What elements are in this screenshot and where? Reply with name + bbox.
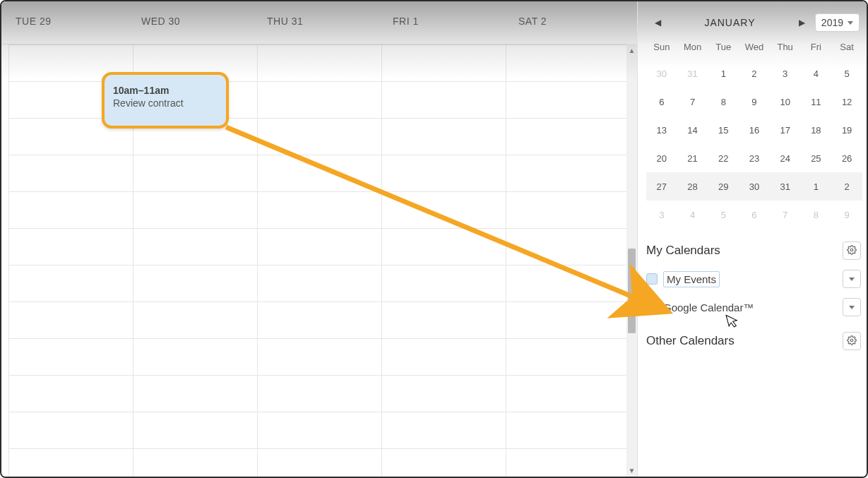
calendar-color-swatch — [646, 301, 658, 313]
calendar-label: My Events — [663, 271, 720, 287]
weekday-header: Fri — [801, 37, 832, 59]
weekday-header: Sun — [646, 37, 677, 59]
chevron-down-icon — [848, 21, 853, 25]
mini-calendar-day[interactable]: 23 — [739, 144, 770, 172]
grid-body[interactable] — [1, 44, 626, 477]
mini-calendar-day[interactable]: 25 — [801, 144, 832, 172]
mini-calendar-nav: ◀ JANUARY ▶ 2019 — [646, 12, 862, 37]
calendar-menu-button[interactable] — [843, 270, 861, 288]
sidebar: ◀ JANUARY ▶ 2019 SunMonTueWedThuFriSat 3… — [637, 1, 867, 477]
year-value: 2019 — [821, 17, 843, 28]
mini-calendar-day[interactable]: 17 — [770, 116, 801, 144]
my-calendars-settings-button[interactable] — [843, 241, 861, 260]
day-header: THU 31 — [260, 1, 386, 44]
mini-calendar-day[interactable]: 7 — [677, 88, 708, 116]
mini-calendar-day[interactable]: 29 — [708, 172, 739, 201]
mini-calendar-day[interactable]: 6 — [646, 88, 677, 116]
calendar-google[interactable]: Google Calendar™ — [646, 298, 862, 316]
my-calendars-header: My Calendars — [646, 241, 862, 260]
mini-calendar-day[interactable]: 6 — [739, 201, 770, 229]
mini-calendar-day[interactable]: 15 — [708, 116, 739, 144]
svg-point-1 — [850, 339, 853, 342]
mini-calendar-day[interactable]: 11 — [801, 88, 832, 116]
mini-calendar-day[interactable]: 1 — [708, 59, 739, 88]
other-calendars-header: Other Calendars — [646, 332, 862, 350]
year-select[interactable]: 2019 — [815, 13, 860, 32]
calendar-label: Google Calendar™ — [663, 301, 837, 313]
mini-calendar-day[interactable]: 12 — [831, 88, 862, 116]
mini-calendar-day[interactable]: 5 — [708, 201, 739, 229]
mini-calendar-day[interactable]: 31 — [677, 59, 708, 88]
calendar-color-swatch — [646, 273, 658, 285]
month-label: JANUARY — [670, 17, 790, 28]
next-month-button[interactable]: ▶ — [794, 14, 811, 31]
weekday-header: Tue — [708, 37, 739, 59]
section-title: My Calendars — [646, 244, 720, 258]
mini-calendar-day[interactable]: 16 — [739, 116, 770, 144]
vertical-scrollbar[interactable]: ▲ ▼ — [626, 44, 637, 477]
calendar-my-events[interactable]: My Events — [646, 270, 862, 288]
chevron-down-icon — [849, 306, 855, 309]
mini-calendar-day[interactable]: 13 — [646, 116, 677, 144]
mini-calendar-day[interactable]: 7 — [770, 201, 801, 229]
mini-calendar-day[interactable]: 9 — [739, 88, 770, 116]
mini-calendar-day[interactable]: 21 — [677, 144, 708, 172]
gear-icon — [847, 335, 857, 347]
mini-calendar-day[interactable]: 4 — [677, 201, 708, 229]
calendar-week-grid: TUE 29 WED 30 THU 31 FRI 1 SAT 2 — [1, 1, 637, 477]
mini-calendar-day[interactable]: 14 — [677, 116, 708, 144]
prev-month-button[interactable]: ◀ — [649, 14, 666, 31]
day-header: TUE 29 — [8, 1, 134, 44]
calendar-menu-button[interactable] — [843, 298, 861, 316]
scroll-thumb[interactable] — [628, 249, 636, 333]
mini-calendar-day[interactable]: 8 — [708, 88, 739, 116]
day-header: WED 30 — [134, 1, 260, 44]
weekday-header: Sat — [831, 37, 862, 59]
mini-calendar-day[interactable]: 2 — [739, 59, 770, 88]
mini-calendar-day[interactable]: 26 — [831, 144, 862, 172]
mini-calendar-day[interactable]: 20 — [646, 144, 677, 172]
section-title: Other Calendars — [646, 334, 735, 348]
mini-calendar-day[interactable]: 30 — [646, 59, 677, 88]
day-header: SAT 2 — [511, 1, 637, 44]
scroll-up-icon[interactable]: ▲ — [626, 44, 637, 56]
mini-calendar-day[interactable]: 9 — [831, 201, 862, 229]
gear-icon — [847, 245, 857, 257]
mini-calendar-day[interactable]: 30 — [739, 172, 770, 201]
event-time: 10am–11am — [113, 85, 218, 96]
chevron-down-icon — [849, 277, 855, 281]
svg-point-0 — [850, 249, 853, 251]
day-header: FRI 1 — [386, 1, 511, 44]
weekday-header: Mon — [677, 37, 708, 59]
mini-calendar-day[interactable]: 4 — [801, 59, 832, 88]
mini-calendar-day[interactable]: 24 — [770, 144, 801, 172]
mini-calendar-day[interactable]: 1 — [801, 172, 832, 201]
mini-calendar-day[interactable]: 10 — [770, 88, 801, 116]
event-chip[interactable]: 10am–11am Review contract — [102, 72, 229, 129]
mini-calendar-day[interactable]: 5 — [831, 59, 862, 88]
mini-calendar-day[interactable]: 8 — [801, 201, 832, 229]
mini-calendar-day[interactable]: 18 — [801, 116, 832, 144]
event-title: Review contract — [113, 97, 218, 109]
mini-calendar: SunMonTueWedThuFriSat 303112345678910111… — [646, 37, 862, 229]
scroll-down-icon[interactable]: ▼ — [626, 464, 637, 477]
mini-calendar-day[interactable]: 19 — [831, 116, 862, 144]
weekday-header: Wed — [739, 37, 770, 59]
mini-calendar-day[interactable]: 27 — [646, 172, 677, 201]
day-headers: TUE 29 WED 30 THU 31 FRI 1 SAT 2 — [1, 1, 637, 44]
other-calendars-settings-button[interactable] — [843, 332, 861, 350]
mini-calendar-day[interactable]: 2 — [831, 172, 862, 201]
mini-calendar-day[interactable]: 28 — [677, 172, 708, 201]
mini-calendar-day[interactable]: 3 — [646, 201, 677, 229]
mini-calendar-day[interactable]: 3 — [770, 59, 801, 88]
weekday-header: Thu — [770, 37, 801, 59]
mini-calendar-day[interactable]: 31 — [770, 172, 801, 201]
mini-calendar-day[interactable]: 22 — [708, 144, 739, 172]
